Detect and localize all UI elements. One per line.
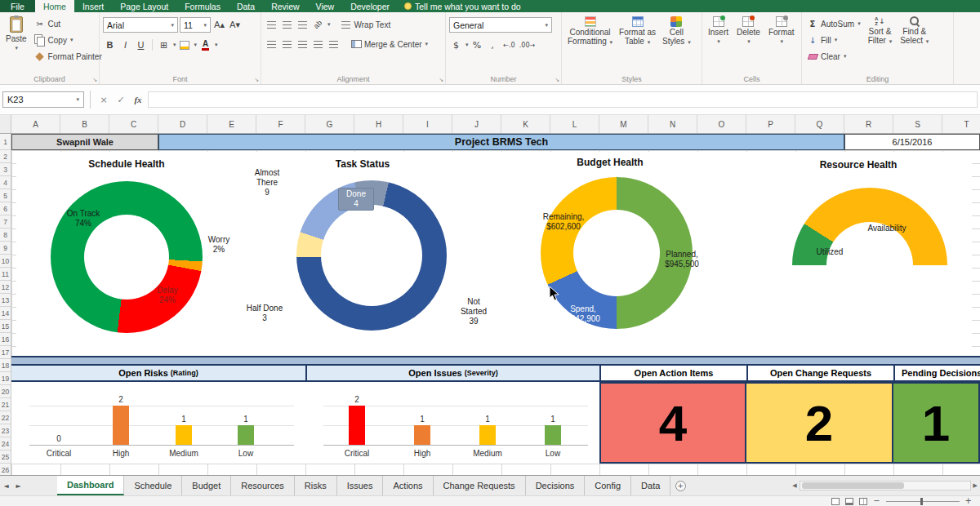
font-color-button[interactable]: A xyxy=(198,38,212,52)
merge-center-button[interactable]: Merge & Center▾ xyxy=(349,37,430,51)
column-header-R[interactable]: R xyxy=(844,115,893,133)
scrollbar-track[interactable] xyxy=(800,481,971,490)
paste-dropdown[interactable]: ▾ xyxy=(16,43,19,53)
orientation-button[interactable]: ab xyxy=(311,17,325,32)
column-header-F[interactable]: F xyxy=(256,115,305,133)
row-header-2[interactable]: 2 xyxy=(0,150,11,163)
row-header-7[interactable]: 7 xyxy=(0,215,11,229)
column-header-M[interactable]: M xyxy=(599,115,648,133)
number-dialog-launcher[interactable]: ↘ xyxy=(555,77,559,83)
accounting-format-button[interactable]: $ xyxy=(449,38,463,52)
column-header-J[interactable]: J xyxy=(452,115,501,133)
column-header-B[interactable]: B xyxy=(60,115,109,133)
page-layout-view-button[interactable] xyxy=(845,498,853,505)
format-painter-button[interactable]: Format Painter xyxy=(33,49,104,64)
name-box-dropdown[interactable]: ▾ xyxy=(76,96,79,103)
new-sheet-button[interactable]: + xyxy=(670,476,690,495)
shrink-font-button[interactable]: A▾ xyxy=(228,18,242,33)
row-header-15[interactable]: 15 xyxy=(0,320,11,333)
column-header-I[interactable]: I xyxy=(403,115,452,133)
date-cell[interactable]: 6/15/2016 xyxy=(844,134,980,150)
worksheet-grid[interactable]: 1234567891011121314151617181920212223242… xyxy=(0,134,980,475)
column-header-K[interactable]: K xyxy=(501,115,550,133)
sheet-tab-change-requests[interactable]: Change Requests xyxy=(434,476,526,495)
sheet-tab-data[interactable]: Data xyxy=(631,476,670,495)
percent-style-button[interactable]: % xyxy=(470,38,484,52)
clear-button[interactable]: Clear▾ xyxy=(805,49,862,64)
zoom-out-button[interactable]: − xyxy=(873,497,880,505)
align-left-button[interactable] xyxy=(265,37,278,51)
decrease-indent-button[interactable] xyxy=(311,37,325,51)
sheet-tab-actions[interactable]: Actions xyxy=(383,476,433,495)
tell-me-box[interactable]: Tell me what you want to do xyxy=(404,0,521,12)
formula-input[interactable] xyxy=(148,91,978,108)
name-box[interactable]: K23▾ xyxy=(2,91,84,108)
row-header-12[interactable]: 12 xyxy=(0,281,11,294)
italic-button[interactable]: I xyxy=(118,38,132,52)
row-header-18[interactable]: 18 xyxy=(0,359,11,372)
row-header-20[interactable]: 20 xyxy=(0,385,11,398)
row-header-24[interactable]: 24 xyxy=(0,437,11,451)
find-select-button[interactable]: Find & Select ▾ xyxy=(898,14,931,73)
align-right-button[interactable] xyxy=(296,37,310,51)
alignment-dialog-launcher[interactable]: ↘ xyxy=(439,77,443,83)
align-center-button[interactable] xyxy=(280,37,294,51)
ribbon-tab-formulas[interactable]: Formulas xyxy=(176,0,229,12)
autosum-button[interactable]: ΣAutoSum▾ xyxy=(805,16,862,31)
normal-view-button[interactable] xyxy=(831,498,840,505)
fill-color-button[interactable] xyxy=(178,38,192,52)
format-cells-button[interactable]: Format ▾ xyxy=(766,14,797,73)
author-cell[interactable]: Swapnil Wale xyxy=(11,134,158,150)
scroll-right-button[interactable]: ▶ xyxy=(973,482,978,489)
zoom-slider[interactable] xyxy=(886,501,960,502)
row-header-9[interactable]: 9 xyxy=(0,242,11,255)
wrap-text-button[interactable]: Wrap Text xyxy=(339,17,393,32)
align-top-button[interactable] xyxy=(265,17,278,32)
row-header-6[interactable]: 6 xyxy=(0,202,11,215)
ribbon-tab-home[interactable]: Home xyxy=(35,0,74,12)
sheet-tab-issues[interactable]: Issues xyxy=(337,476,384,495)
row-header-21[interactable]: 21 xyxy=(0,398,11,411)
row-header-16[interactable]: 16 xyxy=(0,333,11,346)
enter-button[interactable]: ✓ xyxy=(114,95,128,105)
insert-function-button[interactable]: fx xyxy=(131,95,145,104)
fill-button[interactable]: ↓Fill▾ xyxy=(805,33,862,47)
sheet-tab-risks[interactable]: Risks xyxy=(295,476,337,495)
schedule-health-donut[interactable] xyxy=(51,181,203,333)
column-header-S[interactable]: S xyxy=(893,115,942,133)
row-header-5[interactable]: 5 xyxy=(0,189,11,202)
column-header-C[interactable]: C xyxy=(109,115,158,133)
font-dialog-launcher[interactable]: ↘ xyxy=(254,77,259,83)
sheet-tab-budget[interactable]: Budget xyxy=(182,476,231,495)
column-header-G[interactable]: G xyxy=(305,115,354,133)
grow-font-button[interactable]: A▴ xyxy=(212,18,226,33)
sheet-tab-schedule[interactable]: Schedule xyxy=(124,476,182,495)
row-header-25[interactable]: 25 xyxy=(0,451,11,464)
underline-button[interactable]: U xyxy=(134,38,148,52)
project-title-cell[interactable]: Project BRMS Tech xyxy=(158,134,844,150)
row-header-22[interactable]: 22 xyxy=(0,411,11,424)
borders-button[interactable]: ⊞ xyxy=(157,38,171,52)
sheet-nav-next[interactable]: ► xyxy=(12,476,24,495)
sort-filter-button[interactable]: A Z↓ Sort & Filter ▾ xyxy=(866,14,895,73)
zoom-slider-thumb[interactable] xyxy=(920,498,923,505)
column-header-A[interactable]: A xyxy=(11,115,60,133)
font-family-select[interactable]: Arial▾ xyxy=(103,17,178,33)
ribbon-tab-insert[interactable]: Insert xyxy=(74,0,112,12)
row-header-13[interactable]: 13 xyxy=(0,294,11,307)
font-size-select[interactable]: 11▾ xyxy=(180,17,211,33)
page-break-view-button[interactable] xyxy=(859,498,867,505)
insert-cells-button[interactable]: Insert ▾ xyxy=(706,14,731,73)
row-header-14[interactable]: 14 xyxy=(0,307,11,320)
comma-style-button[interactable]: , xyxy=(486,38,500,52)
row-header-11[interactable]: 11 xyxy=(0,268,11,281)
ribbon-tab-file[interactable]: File xyxy=(0,0,35,12)
scrollbar-thumb[interactable] xyxy=(802,482,904,489)
ribbon-tab-review[interactable]: Review xyxy=(263,0,307,12)
column-header-H[interactable]: H xyxy=(354,115,403,133)
row-header-1[interactable]: 1 xyxy=(0,134,11,150)
row-header-4[interactable]: 4 xyxy=(0,176,11,189)
align-bottom-button[interactable] xyxy=(296,17,310,32)
format-as-table-button[interactable]: Format as Table ▾ xyxy=(617,14,658,73)
row-header-26[interactable]: 26 xyxy=(0,464,11,475)
